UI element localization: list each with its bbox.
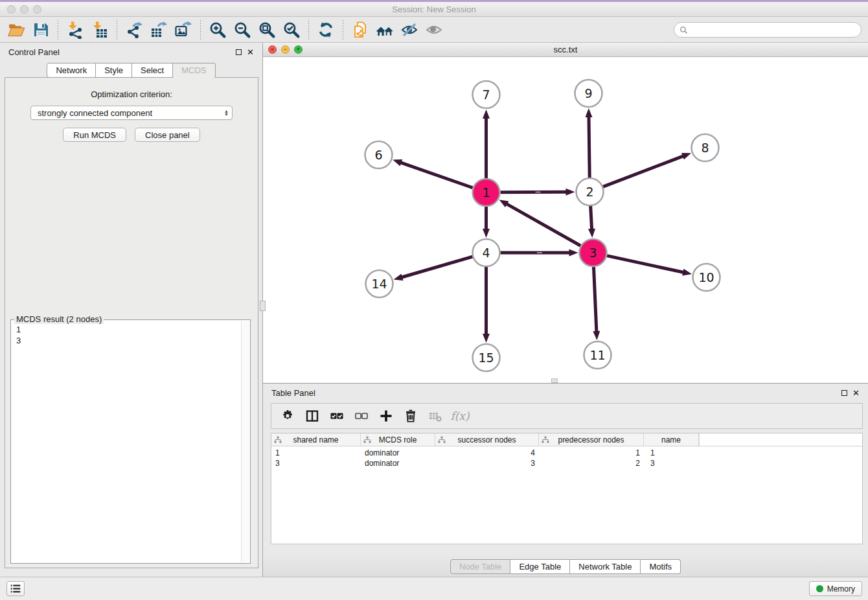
main-toolbar <box>0 17 868 43</box>
save-session-icon[interactable] <box>29 19 53 41</box>
table-row[interactable]: 1dominator411 <box>271 448 862 458</box>
minimize-window-button[interactable] <box>20 5 29 14</box>
export-table-icon[interactable] <box>146 19 171 41</box>
show-details-icon[interactable] <box>422 19 446 41</box>
tab-network[interactable]: Network <box>47 63 96 78</box>
graph-node-14[interactable]: 14 <box>366 270 393 297</box>
tab-edge-table[interactable]: Edge Table <box>510 559 570 574</box>
graph-node-8[interactable]: 8 <box>692 134 719 161</box>
tab-select[interactable]: Select <box>132 63 173 78</box>
column-header-shared-name[interactable]: shared name <box>271 433 361 446</box>
maximize-window-button[interactable] <box>33 5 41 14</box>
graph-edge-3-1[interactable] <box>499 200 581 246</box>
mcds-result-text[interactable]: 1 3 <box>12 321 241 562</box>
column-header-predecessor-nodes[interactable]: predecessor nodes <box>539 433 644 446</box>
graph-edge-1-6[interactable] <box>393 159 473 188</box>
float-panel-icon[interactable] <box>236 49 242 55</box>
criterion-select[interactable]: strongly connected component ▲▼ <box>30 106 233 120</box>
graph-node-6[interactable]: 6 <box>365 141 393 168</box>
graph-edge-4-14[interactable] <box>394 257 473 281</box>
graph-node-11[interactable]: 11 <box>584 341 611 369</box>
split-view-icon[interactable] <box>300 406 325 426</box>
column-header-name[interactable]: name <box>644 433 699 446</box>
minimize-view-button[interactable] <box>281 45 290 54</box>
memory-button[interactable]: Memory <box>809 581 862 596</box>
close-table-panel-icon[interactable] <box>852 389 860 397</box>
graph-node-10[interactable]: 10 <box>693 264 720 291</box>
network-view-title: scc.txt <box>263 45 868 54</box>
tab-node-table[interactable]: Node Table <box>450 559 511 574</box>
graph-node-15[interactable]: 15 <box>473 344 500 371</box>
select-all-checks-icon[interactable] <box>325 406 349 426</box>
network-window-titlebar[interactable]: scc.txt <box>263 43 868 57</box>
task-history-button[interactable] <box>6 581 25 596</box>
close-window-button[interactable] <box>7 5 16 14</box>
refresh-layout-icon[interactable] <box>314 19 338 41</box>
clone-network-icon[interactable] <box>348 19 372 41</box>
search-icon <box>680 26 688 34</box>
add-column-icon[interactable] <box>374 406 398 426</box>
network-canvas[interactable]: 7968124314101511 <box>263 57 868 383</box>
zoom-fit-icon[interactable] <box>255 19 279 41</box>
toolbar-separator <box>58 20 58 40</box>
graph-node-7[interactable]: 7 <box>473 81 500 108</box>
graph-node-label: 15 <box>478 351 494 365</box>
table-toolbar-buttons: f(x) <box>275 406 472 426</box>
tab-mcds[interactable]: MCDS <box>173 63 215 78</box>
graph-edge-3-11[interactable] <box>593 267 600 340</box>
zoom-selected-icon[interactable] <box>279 19 304 41</box>
column-header-successor-nodes[interactable]: successor nodes <box>435 433 539 446</box>
graph-edge-2-3[interactable] <box>588 206 595 238</box>
close-panel-button[interactable]: Close panel <box>135 128 200 142</box>
graph-edge-2-8[interactable] <box>603 153 691 187</box>
graph-node-label: 6 <box>374 148 382 162</box>
clear-checks-icon[interactable] <box>349 406 374 426</box>
graph-node-1[interactable]: 1 <box>473 179 500 206</box>
graph-node-2[interactable]: 2 <box>577 178 604 205</box>
open-file-icon[interactable] <box>4 19 29 41</box>
result-scrollbar[interactable] <box>241 321 249 562</box>
toolbar-separator <box>200 20 201 40</box>
graph-node-4[interactable]: 4 <box>473 239 500 266</box>
graph-node-9[interactable]: 9 <box>575 80 602 107</box>
zoom-out-icon[interactable] <box>230 19 255 41</box>
graph-edge-4-3[interactable] <box>501 249 578 257</box>
export-network-icon[interactable] <box>122 19 146 41</box>
graph-edge-1-7[interactable] <box>483 110 490 178</box>
zoom-in-icon[interactable] <box>205 19 230 41</box>
float-table-panel-icon[interactable] <box>841 390 847 396</box>
close-panel-icon[interactable] <box>247 48 254 56</box>
delete-column-icon[interactable] <box>398 406 423 426</box>
import-network-icon[interactable] <box>63 19 87 41</box>
export-image-icon[interactable] <box>171 19 196 41</box>
optimization-criterion-label: Optimization criterion: <box>5 89 258 99</box>
settings-icon[interactable] <box>275 406 300 426</box>
tab-network-table[interactable]: Network Table <box>570 559 641 574</box>
app-title: Session: New Session <box>0 5 868 14</box>
hide-details-icon[interactable] <box>397 19 422 41</box>
graph-edge-2-9[interactable] <box>585 108 592 178</box>
graph-edge-1-4[interactable] <box>483 207 490 238</box>
select-stepper-icon: ▲▼ <box>224 110 229 117</box>
graph-edge-1-2[interactable] <box>500 189 575 196</box>
close-view-button[interactable] <box>268 45 277 54</box>
import-table-icon[interactable] <box>87 19 112 41</box>
search-box[interactable] <box>674 22 862 38</box>
graph-edge-4-15[interactable] <box>483 267 490 343</box>
graph-node-3[interactable]: 3 <box>580 239 607 266</box>
maximize-view-button[interactable] <box>294 45 303 54</box>
column-header-MCDS-role[interactable]: MCDS role <box>361 433 435 446</box>
graph-edge-3-10[interactable] <box>607 256 692 276</box>
search-input[interactable] <box>691 25 856 35</box>
table-cell: 3 <box>435 459 539 468</box>
first-neighbors-icon[interactable] <box>372 19 397 41</box>
table-row[interactable]: 3dominator323 <box>271 458 862 468</box>
graph-node-label: 11 <box>589 348 605 362</box>
graph-node-label: 7 <box>482 87 490 102</box>
run-mcds-button[interactable]: Run MCDS <box>63 128 126 142</box>
mcds-result-group: MCDS result (2 nodes) 1 3 <box>10 319 251 564</box>
tab-style[interactable]: Style <box>96 63 132 78</box>
tab-motifs[interactable]: Motifs <box>641 559 681 574</box>
vertical-splitter-handle[interactable] <box>260 301 266 311</box>
horizontal-splitter-handle[interactable] <box>551 378 558 383</box>
